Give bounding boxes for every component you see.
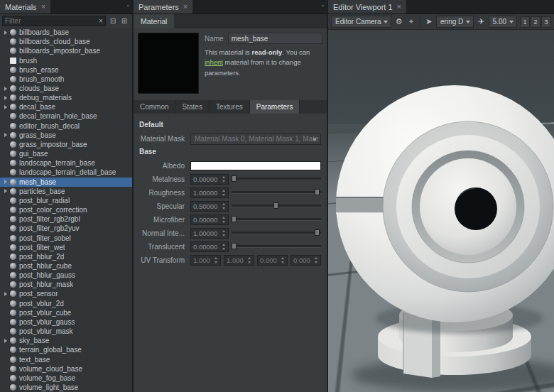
value-field[interactable]: 0.00000 — [190, 214, 229, 225]
expander-icon[interactable] — [2, 31, 9, 35]
list-item[interactable]: post_vblur_gauss — [0, 317, 132, 327]
list-item[interactable]: particles_base — [0, 187, 132, 196]
filter-input[interactable] — [5, 17, 99, 25]
albedo-color-swatch[interactable] — [190, 161, 321, 170]
drag-handle-icon[interactable] — [222, 230, 227, 236]
list-item[interactable]: post_filter_rgb2rgbl — [0, 214, 132, 224]
drag-handle-icon[interactable] — [222, 176, 227, 183]
list-item[interactable]: post_color_correction — [0, 205, 132, 214]
list-item[interactable]: billboards_impostor_base — [0, 46, 132, 55]
list-item[interactable]: text_base — [0, 354, 132, 364]
expander-icon[interactable] — [2, 180, 9, 184]
expander-icon[interactable] — [2, 133, 9, 137]
list-item[interactable]: clouds_base — [0, 84, 132, 93]
uv-transform-field[interactable]: 0.000 — [257, 255, 288, 266]
list-item[interactable]: brush_smooth — [0, 75, 132, 84]
cursor-icon[interactable]: ➤ — [424, 16, 434, 28]
list-item[interactable]: landscape_terrain_detail_base — [0, 168, 132, 177]
list-item[interactable]: post_hblur_gauss — [0, 271, 132, 280]
viewport-canvas[interactable] — [328, 30, 554, 392]
list-item[interactable]: brush — [0, 55, 132, 65]
slider[interactable] — [232, 214, 321, 225]
value-field[interactable]: 1.00000 — [190, 187, 229, 198]
slider-handle[interactable] — [273, 202, 278, 209]
gear-icon[interactable]: ⚙ — [393, 16, 403, 28]
list-item[interactable]: post_vblur_cube — [0, 308, 132, 317]
slider-handle[interactable] — [232, 243, 237, 249]
list-item[interactable]: volume_cloud_base — [0, 364, 132, 374]
expander-icon[interactable] — [2, 189, 9, 193]
list-item[interactable]: brush_erase — [0, 65, 132, 75]
list-item[interactable]: post_hblur_cube — [0, 261, 132, 271]
uv-transform-field[interactable]: 1.000 — [190, 255, 221, 266]
list-item[interactable]: post_vblur_mask — [0, 327, 132, 336]
list-item[interactable]: grass_impostor_base — [0, 140, 132, 149]
panel-menu-icon[interactable]: ▫ — [322, 2, 324, 9]
expand-all-icon[interactable]: ⊞ — [119, 16, 130, 26]
slider[interactable] — [232, 174, 321, 185]
subtab-material[interactable]: Material — [134, 14, 174, 28]
tab-states[interactable]: States — [176, 100, 210, 114]
drag-handle-icon[interactable] — [222, 190, 227, 196]
tab-textures[interactable]: Textures — [210, 100, 250, 114]
list-item[interactable]: mesh_base — [0, 178, 132, 187]
list-item[interactable]: gui_base — [0, 149, 132, 158]
slider[interactable] — [232, 228, 321, 239]
tab-common[interactable]: Common — [134, 100, 176, 114]
collapse-all-icon[interactable]: ⊟ — [107, 16, 119, 26]
expander-icon[interactable] — [2, 292, 9, 296]
list-item[interactable]: editor_brush_decal — [0, 121, 132, 131]
close-icon[interactable]: × — [183, 3, 188, 11]
camera-select[interactable]: Editor Camera — [331, 16, 391, 28]
list-item[interactable]: billboards_cloud_base — [0, 37, 132, 46]
list-item[interactable]: sky_base — [0, 336, 132, 345]
list-item[interactable]: decal_base — [0, 102, 132, 111]
uv-transform-field[interactable]: 0.000 — [290, 255, 321, 266]
material-mask-select[interactable]: Material Mask 0, Material Mask 1, Mate — [190, 134, 321, 145]
viewport-layout-button-3[interactable]: 3 — [541, 16, 551, 28]
slider-handle[interactable] — [315, 189, 320, 195]
list-item[interactable]: debug_materials — [0, 93, 132, 102]
value-field[interactable]: 0.00000 — [190, 174, 229, 185]
tab-editor-viewport-1[interactable]: Editor Viewport 1 × — [328, 0, 406, 13]
close-icon[interactable]: × — [41, 3, 45, 11]
drag-handle-icon[interactable] — [281, 257, 286, 263]
drag-handle-icon[interactable] — [222, 217, 227, 223]
drag-handle-icon[interactable] — [314, 257, 319, 263]
camera-speed-select[interactable]: 5.00 — [489, 16, 517, 28]
list-item[interactable]: volume_fog_base — [0, 374, 132, 383]
list-item[interactable]: post_hblur_mask — [0, 280, 132, 289]
list-item[interactable]: billboards_base — [0, 28, 132, 37]
value-field[interactable]: 1.00000 — [190, 228, 229, 239]
list-item[interactable]: post_vblur_2d — [0, 299, 132, 308]
inherit-link[interactable]: inherit — [205, 58, 223, 66]
list-item[interactable]: terrain_global_base — [0, 345, 132, 354]
expander-icon[interactable] — [2, 96, 9, 100]
list-item[interactable]: post_filter_wet — [0, 243, 132, 252]
panel-menu-icon[interactable]: ▫ — [127, 2, 129, 9]
slider-handle[interactable] — [232, 175, 237, 182]
uv-transform-field[interactable]: 1.000 — [224, 255, 254, 266]
tab-parameters-panel[interactable]: Parameters × — [134, 0, 192, 13]
slider[interactable] — [232, 241, 321, 252]
drag-handle-icon[interactable] — [247, 257, 252, 263]
list-item[interactable]: post_sensor — [0, 289, 132, 298]
tab-materials[interactable]: Materials × — [0, 0, 50, 13]
viewport-layout-button-2[interactable]: 2 — [531, 16, 541, 28]
list-item[interactable]: post_filter_rgb2yuv — [0, 224, 132, 233]
list-item[interactable]: decal_terrain_hole_base — [0, 111, 132, 121]
value-field[interactable]: 0.00000 — [190, 241, 229, 252]
list-item[interactable]: volume_light_base — [0, 383, 132, 392]
list-item[interactable]: post_blur_radial — [0, 196, 132, 205]
material-name-field[interactable]: mesh_base — [228, 33, 322, 44]
close-icon[interactable]: × — [397, 3, 401, 11]
material-preview-thumbnail[interactable] — [138, 33, 199, 94]
drag-handle-icon[interactable] — [222, 244, 227, 250]
tab-parameters[interactable]: Parameters — [250, 100, 300, 114]
slider-handle[interactable] — [232, 216, 237, 222]
expander-icon[interactable] — [2, 339, 9, 343]
camera-speed-icon[interactable]: ✈ — [476, 16, 486, 28]
rendering-debug-select[interactable]: ering D — [436, 16, 474, 28]
slider-handle[interactable] — [315, 229, 320, 236]
viewport-layout-button-1[interactable]: 1 — [520, 16, 530, 28]
